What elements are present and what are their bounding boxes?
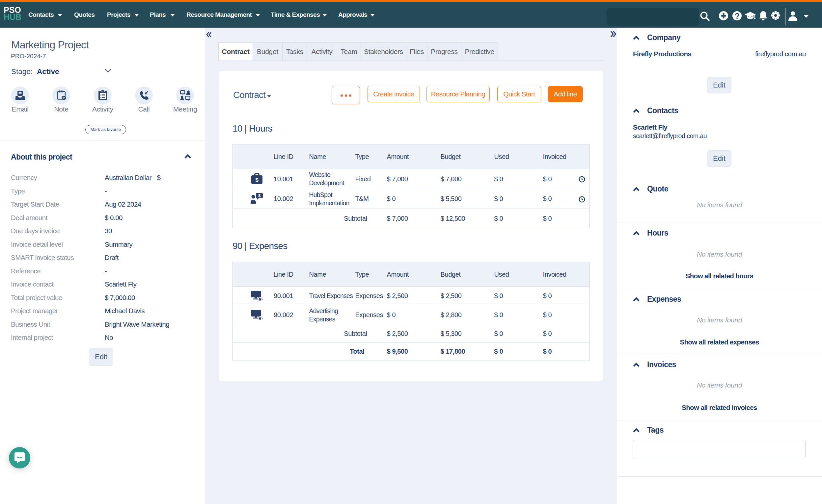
svg-text:$: $ [255, 177, 259, 183]
svg-text:$: $ [258, 193, 261, 198]
